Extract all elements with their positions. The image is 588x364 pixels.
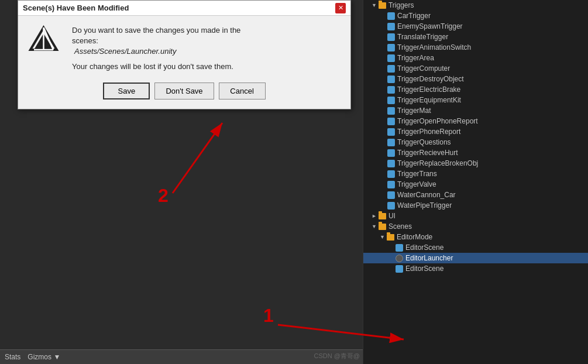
hierarchy-item[interactable]: TriggerReplaceBrokenObj xyxy=(363,158,588,169)
cube-icon xyxy=(387,181,395,188)
hierarchy-item[interactable]: TriggerRecieveHurt xyxy=(363,147,588,158)
cube-icon xyxy=(387,149,395,157)
cube-icon xyxy=(387,97,395,104)
hierarchy-item-label: TriggerMat xyxy=(397,107,431,115)
hierarchy-item-label: CarTrigger xyxy=(397,12,431,20)
hierarchy-item[interactable]: TriggerOpenPhoneReport xyxy=(363,116,588,126)
hierarchy-item-label: Triggers xyxy=(388,1,414,9)
dialog-warning-text: Your changes will be lost if you don't s… xyxy=(72,62,341,71)
hierarchy-item[interactable]: TriggerMat xyxy=(363,105,588,116)
cube-icon xyxy=(387,170,395,178)
hierarchy-item[interactable]: TriggerTrans xyxy=(363,169,588,179)
hierarchy-panel: TriggersCarTriggerEnemySpawnTriggerTrans… xyxy=(363,0,588,364)
hierarchy-item[interactable]: EditorLauncher xyxy=(363,253,588,263)
hierarchy-item-label: Scenes xyxy=(388,222,412,231)
hierarchy-item[interactable]: TriggerValve xyxy=(363,179,588,190)
hierarchy-item[interactable]: CarTrigger xyxy=(363,11,588,21)
cube-icon xyxy=(387,118,395,125)
expand-triangle xyxy=(372,213,377,219)
hierarchy-item[interactable]: TriggerPhoneReport xyxy=(363,126,588,137)
hierarchy-item-label: TriggerReplaceBrokenObj xyxy=(397,159,478,167)
hierarchy-item[interactable]: Scenes xyxy=(363,221,588,232)
hierarchy-item-label: TriggerTrans xyxy=(397,170,437,178)
hierarchy-item-label: TriggerComputer xyxy=(397,64,450,73)
cube-icon xyxy=(387,160,395,167)
cube-icon xyxy=(387,86,395,94)
dialog-scene-path: Assets/Scenes/Launcher.unity xyxy=(74,47,176,56)
expand-triangle xyxy=(372,224,377,229)
hierarchy-item[interactable]: EnemySpawnTrigger xyxy=(363,21,588,32)
hierarchy-item-label: TriggerValve xyxy=(397,180,436,188)
dialog-buttons-row: Save Don't Save Cancel xyxy=(18,78,350,109)
hierarchy-item-label: TriggerOpenPhoneReport xyxy=(397,117,478,125)
cube-icon xyxy=(387,12,395,20)
hierarchy-item-label: WaterCannon_Car xyxy=(397,191,456,199)
hierarchy-item-label: TriggerRecieveHurt xyxy=(397,149,458,157)
dialog-titlebar: Scene(s) Have Been Modified ✕ xyxy=(18,1,350,16)
hierarchy-item[interactable]: Triggers xyxy=(363,0,588,11)
hierarchy-item[interactable]: TriggerArea xyxy=(363,53,588,63)
cube-icon xyxy=(387,128,395,136)
hierarchy-item-label: TriggerArea xyxy=(397,54,434,62)
watermark: CSDN @青哥@ xyxy=(314,352,360,360)
folder-icon xyxy=(379,2,386,9)
hierarchy-item-label: EditorLauncher xyxy=(405,254,453,262)
folder-icon xyxy=(379,213,386,219)
cube-icon xyxy=(387,75,395,83)
hierarchy-item[interactable]: TriggerDestroyObject xyxy=(363,74,588,84)
cancel-button[interactable]: Cancel xyxy=(219,83,266,99)
cube-icon xyxy=(387,23,395,30)
hierarchy-item-label: TriggerPhoneReport xyxy=(397,128,460,136)
hierarchy-item[interactable]: EditorMode xyxy=(363,232,588,242)
hierarchy-item-label: EditorMode xyxy=(397,233,432,241)
cube-icon xyxy=(387,139,395,146)
hierarchy-item-label: TriggerAnimationSwitch xyxy=(397,43,471,51)
hierarchy-item-label: TriggerElectricBrake xyxy=(397,85,460,94)
expand-triangle xyxy=(372,2,377,8)
stats-button[interactable]: Stats xyxy=(5,353,20,361)
hierarchy-item[interactable]: WaterCannon_Car xyxy=(363,190,588,200)
folder-icon xyxy=(387,234,394,241)
dialog-body: Do you want to save the changes you made… xyxy=(18,16,350,78)
hierarchy-item[interactable]: WaterPipeTrigger xyxy=(363,200,588,211)
cube-icon xyxy=(387,33,395,41)
folder-icon xyxy=(379,224,386,230)
gizmos-button[interactable]: Gizmos ▼ xyxy=(27,353,60,361)
cube-icon xyxy=(387,65,395,73)
hierarchy-item-label: WaterPipeTrigger xyxy=(397,201,452,210)
dialog-title: Scene(s) Have Been Modified xyxy=(23,4,129,12)
hierarchy-item-label: TriggerDestroyObject xyxy=(397,75,464,83)
hierarchy-item[interactable]: UI xyxy=(363,211,588,221)
cube-icon xyxy=(387,191,395,199)
save-button[interactable]: Save xyxy=(103,83,150,99)
hierarchy-item[interactable]: TriggerElectricBrake xyxy=(363,84,588,95)
dialog-content: Do you want to save the changes you made… xyxy=(72,25,341,71)
hierarchy-item[interactable]: TriggerAnimationSwitch xyxy=(363,42,588,53)
dialog-scene-modified: Scene(s) Have Been Modified ✕ Do you wan… xyxy=(18,0,351,109)
dont-save-button[interactable]: Don't Save xyxy=(154,83,214,99)
hierarchy-item[interactable]: TriggerQuestions xyxy=(363,137,588,147)
dialog-unity-icon xyxy=(27,25,63,60)
dialog-close-button[interactable]: ✕ xyxy=(335,3,346,13)
hierarchy-item[interactable]: EditorScene xyxy=(363,242,588,253)
dialog-message: Do you want to save the changes you made… xyxy=(72,25,341,57)
hierarchy-item[interactable]: TriggerEquipmentKit xyxy=(363,95,588,105)
unity-icon xyxy=(396,255,403,262)
cube-icon xyxy=(387,107,395,115)
hierarchy-item[interactable]: TriggerComputer xyxy=(363,63,588,74)
hierarchy-item-label: TriggerQuestions xyxy=(397,138,451,146)
hierarchy-item-label: TranslateTrigger xyxy=(397,33,448,41)
cube-icon xyxy=(396,265,403,273)
hierarchy-item[interactable]: TranslateTrigger xyxy=(363,32,588,42)
cube-icon xyxy=(387,44,395,51)
cube-icon xyxy=(387,54,395,62)
cube-icon xyxy=(396,244,403,252)
hierarchy-item-label: EditorScene xyxy=(405,243,443,252)
hierarchy-item-label: TriggerEquipmentKit xyxy=(397,96,461,104)
hierarchy-item-label: EditorScene xyxy=(405,265,443,273)
hierarchy-item-label: EnemySpawnTrigger xyxy=(397,22,463,30)
stats-bar: Stats Gizmos ▼ xyxy=(0,349,363,364)
hierarchy-item-label: UI xyxy=(388,212,396,220)
hierarchy-item[interactable]: EditorScene xyxy=(363,263,588,274)
cube-icon xyxy=(387,202,395,210)
